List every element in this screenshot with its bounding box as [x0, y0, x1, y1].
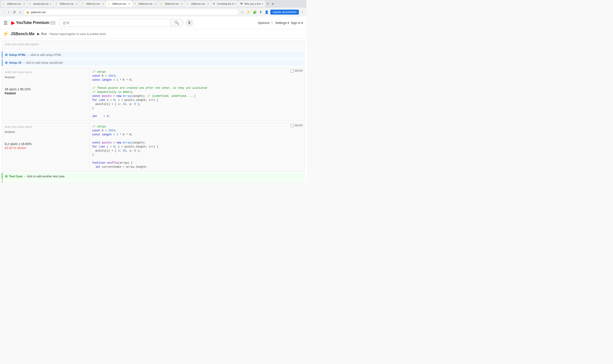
test-code-0[interactable]: DEFER // setup: const K = 1024; const le…: [90, 68, 304, 121]
tab-label-4: JSBench.me -: [112, 2, 127, 5]
tab-6[interactable]: J JSBench.me - ✕: [159, 1, 185, 7]
tab-4[interactable]: J JSBench.me - ✕: [106, 1, 132, 7]
tab-close-6[interactable]: ✕: [181, 2, 183, 5]
youtube-logo-badge: KR: [51, 21, 55, 25]
lock-icon: 🔒: [26, 11, 29, 14]
hamburger-menu-button[interactable]: ☰: [4, 20, 8, 26]
test-case-left-1: enter test case name finished 6,2 ops/s …: [2, 122, 90, 171]
description-field[interactable]: enter test suite description: [2, 40, 305, 50]
mic-button[interactable]: 🎙: [185, 19, 193, 27]
address-bar[interactable]: 🔒 jsbench.me: [24, 9, 239, 15]
run-play-icon: ▶: [37, 32, 40, 36]
jsbench-header-bar: ⚡ JSBench.Me ▶ Run Please login/register…: [0, 29, 306, 39]
tab-5[interactable]: J JSBench.me - ✕: [132, 1, 158, 7]
defer-checkbox-1[interactable]: [291, 124, 294, 127]
tab-label-3: JSBench.me -: [86, 2, 101, 5]
address-text: jsbench.me: [31, 11, 46, 14]
test-case-title: Test Case: [9, 175, 22, 178]
tab-favicon-8: U: [213, 2, 216, 5]
settings-button[interactable]: Settings ▾: [275, 21, 289, 25]
tab-8[interactable]: U Unveiling the S ✕: [211, 1, 238, 7]
defer-label-1: DEFER: [295, 124, 303, 127]
bookmark-star-button[interactable]: ☆: [240, 9, 245, 15]
tab-2[interactable]: J JSBench.me - ✕: [54, 1, 80, 7]
run-button[interactable]: ▶ Run: [37, 32, 47, 36]
setup-html-section[interactable]: ⊕ Setup HTML – click to add setup HTML: [2, 51, 305, 58]
setup-js-desc: click to add setup JavaScript: [26, 61, 63, 64]
forward-button[interactable]: ›: [7, 9, 10, 15]
sponsor-label: Sponsor: [258, 21, 270, 25]
new-tab-button[interactable]: +: [265, 1, 271, 6]
tab-bar: J JSBench.me - ✕ J JavaScript me ✕ J JSB…: [0, 0, 306, 8]
sponsor-heart-icon: ♡: [271, 21, 273, 25]
tab-close-1[interactable]: ✕: [50, 2, 52, 5]
tab-0[interactable]: J JSBench.me - ✕: [1, 1, 27, 7]
extensions-button[interactable]: 🧩: [252, 9, 258, 15]
test-code-1[interactable]: DEFER // setup: const K = 1024; const le…: [90, 122, 304, 171]
test-case-desc: click to add another test case: [27, 175, 65, 178]
nav-right: ☆ ⚡ 🧩 ⬇ 👤 Update abschließen ⋮: [240, 9, 305, 15]
test-ops-0: 39 ops/s ± 95.22%: [5, 87, 87, 91]
tab-close-8[interactable]: ✕: [234, 2, 236, 5]
code-line-1-7: }: [92, 153, 302, 157]
tab-close-0[interactable]: ✕: [23, 2, 25, 5]
code-line-0-1: const K = 1024;: [92, 74, 302, 78]
sponsor-button[interactable]: Sponsor ♡: [258, 21, 273, 25]
youtube-logo-icon: ▶: [11, 20, 15, 26]
tab-favicon-9: W: [240, 2, 244, 5]
code-line-1-1: const K = 1024;: [92, 129, 302, 133]
tab-1[interactable]: J JavaScript me ✕: [27, 1, 54, 7]
code-line-1-8: [92, 157, 302, 161]
test-ops-1: 6,2 ops/s ± 18.83%: [5, 142, 87, 146]
test-case-name-placeholder-0[interactable]: enter test case name: [5, 70, 87, 74]
more-options-button[interactable]: ⋮: [300, 9, 305, 15]
back-button[interactable]: ‹: [2, 9, 6, 15]
jsbench-logo-text: JSBench.Me: [11, 32, 35, 36]
tab-list-button[interactable]: ▾: [271, 2, 275, 6]
tab-9[interactable]: W Why use a link ✕: [239, 1, 265, 7]
home-button[interactable]: ⌂: [18, 9, 23, 15]
test-result-0: Fastest: [5, 91, 87, 95]
signin-button[interactable]: Sign in ▾: [291, 21, 303, 25]
tab-close-7[interactable]: ✕: [207, 2, 209, 5]
tab-7[interactable]: J JSBench.me - ✕: [185, 1, 211, 7]
signin-label: Sign in: [291, 21, 300, 25]
tab-label-1: JavaScript me: [33, 2, 49, 5]
tab-favicon-5: J: [134, 2, 137, 5]
test-defer-1: DEFER: [291, 124, 303, 127]
tab-3[interactable]: J JSBench.me - ✕: [80, 1, 106, 7]
test-case-plus-icon: ⊕: [5, 174, 8, 178]
code-line-1-5: for (let i = 0; i < points.length; i++) …: [92, 145, 302, 149]
tab-close-3[interactable]: ✕: [102, 2, 104, 5]
code-line-0-3: [92, 82, 302, 86]
search-input[interactable]: [59, 19, 168, 27]
test-case-left-0: enter test case name finished 39 ops/s ±…: [2, 68, 90, 121]
tab-close-9[interactable]: ✕: [261, 2, 263, 5]
setup-html-desc: click to add setup HTML: [30, 53, 61, 56]
setup-js-title: Setup JS: [9, 61, 22, 64]
reload-button[interactable]: ↺: [12, 9, 17, 15]
tab-label-9: Why use a link: [244, 2, 260, 5]
code-line-1-0: // setup:: [92, 125, 302, 129]
code-line-1-2: const length = 1 * K * K;: [92, 133, 302, 137]
teardown-js-section[interactable]: ⊕ Teardown JS – click to add teardown Ja…: [2, 181, 305, 182]
test-case-separator: –: [24, 175, 25, 178]
youtube-logo: ▶ YouTube Premium KR: [11, 20, 55, 26]
add-test-case-section[interactable]: ⊕ Test Case – click to add another test …: [2, 173, 305, 180]
tab-close-4[interactable]: ✕: [128, 2, 130, 5]
setup-html-title: Setup HTML: [9, 53, 26, 56]
tab-close-2[interactable]: ✕: [76, 2, 78, 5]
performance-button[interactable]: ⚡: [245, 9, 251, 15]
defer-checkbox-0[interactable]: [291, 69, 294, 73]
description-placeholder: enter test suite description: [5, 43, 39, 46]
setup-js-plus-icon: ⊕: [5, 61, 8, 65]
setup-js-section[interactable]: ⊕ Setup JS – click to add setup JavaScri…: [2, 59, 305, 66]
profile-button[interactable]: 👤: [264, 9, 270, 15]
test-case-name-placeholder-1[interactable]: enter test case name: [5, 125, 87, 129]
test-status-1: finished: [5, 130, 87, 134]
header-right: Sponsor ♡ Settings ▾ Sign in ▾: [258, 21, 303, 25]
tab-close-5[interactable]: ✕: [155, 2, 157, 5]
update-button[interactable]: Update abschließen: [270, 10, 299, 14]
search-button[interactable]: 🔍: [170, 19, 184, 27]
downloads-button[interactable]: ⬇: [259, 9, 263, 15]
